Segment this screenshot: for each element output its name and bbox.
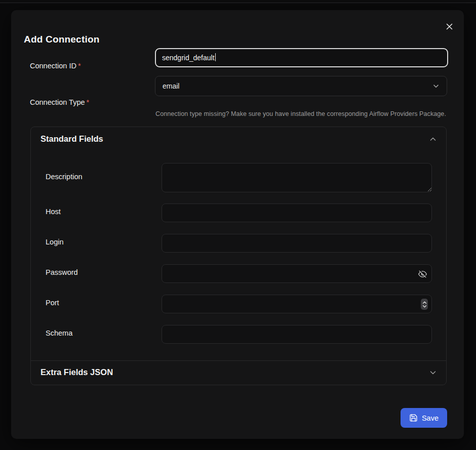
standard-fields-title: Standard Fields — [41, 134, 103, 144]
toggle-password-visibility-button[interactable] — [416, 267, 429, 280]
connection-type-select[interactable]: email — [155, 76, 447, 96]
connection-id-label: Connection ID* — [30, 62, 81, 70]
connection-id-input[interactable]: sendgrid_default — [155, 48, 448, 67]
extra-fields-json-title: Extra Fields JSON — [41, 367, 113, 377]
schema-input[interactable] — [162, 325, 432, 344]
description-label: Description — [46, 173, 83, 181]
accordion-sections: Standard Fields Description Host Login P… — [30, 127, 447, 385]
chevron-down-icon — [429, 369, 437, 377]
host-label: Host — [46, 208, 61, 216]
login-label: Login — [46, 238, 63, 246]
connection-type-selected-value: email — [163, 82, 432, 90]
text-caret — [215, 53, 216, 61]
eye-off-icon — [418, 270, 427, 278]
save-button-label: Save — [422, 414, 439, 422]
description-textarea[interactable] — [162, 163, 432, 192]
required-marker: * — [87, 98, 90, 106]
login-input[interactable] — [162, 234, 432, 253]
port-input[interactable] — [162, 295, 432, 313]
add-connection-modal: Add Connection Connection ID* sendgrid_d… — [11, 10, 464, 439]
modal-title: Add Connection — [24, 34, 100, 45]
password-label: Password — [46, 268, 78, 276]
close-button[interactable] — [442, 19, 457, 34]
port-input-wrap — [162, 295, 432, 313]
port-label: Port — [46, 299, 59, 307]
connection-id-value: sendgrid_default — [162, 54, 215, 62]
number-stepper-icon[interactable] — [421, 299, 428, 310]
connection-type-helper-text: Connection type missing? Make sure you h… — [155, 110, 456, 117]
connection-type-label-text: Connection Type — [30, 98, 85, 106]
host-input[interactable] — [162, 203, 432, 222]
standard-fields-section-header[interactable]: Standard Fields — [31, 127, 446, 152]
password-input-wrap — [162, 264, 432, 283]
chevron-up-icon — [429, 135, 437, 143]
password-input[interactable] — [162, 264, 432, 283]
connection-id-label-text: Connection ID — [30, 62, 76, 70]
save-icon — [409, 414, 418, 422]
chevron-down-icon — [432, 83, 440, 90]
close-icon — [446, 23, 453, 30]
save-button[interactable]: Save — [401, 408, 447, 428]
schema-label: Schema — [46, 329, 72, 337]
required-marker: * — [78, 62, 81, 70]
page-header-edge — [0, 0, 476, 3]
extra-fields-json-section-header[interactable]: Extra Fields JSON — [31, 360, 446, 385]
connection-type-label: Connection Type* — [30, 98, 89, 106]
